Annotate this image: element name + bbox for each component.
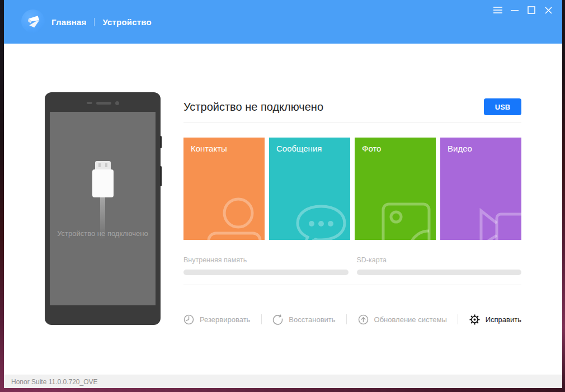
video-icon [474,206,521,240]
system-update-icon [358,314,369,325]
tile-videos[interactable]: Видео [440,138,521,240]
close-icon[interactable] [544,6,553,15]
phone-illustration: Устройство не подключено [45,92,161,325]
action-restore-label: Восстановить [289,315,335,324]
minimize-icon[interactable] [510,6,519,15]
action-bar: Резервировать Восстановить Обновление си… [183,311,521,328]
window-controls [493,6,553,15]
app-window: Главная Устройство [4,0,562,388]
divider [458,314,458,324]
tile-messages-label: Сообщения [276,144,322,153]
phone-screen: Устройство не подключено [50,112,156,305]
action-repair[interactable]: Исправить [469,314,521,325]
app-logo-icon [21,10,45,33]
backup-icon [183,314,194,325]
action-backup-label: Резервировать [200,315,250,324]
storage-section: Внутренняя память SD-карта [183,256,521,275]
tile-messages[interactable]: Сообщения [269,138,350,240]
maximize-icon[interactable] [527,6,536,15]
photo-icon [381,202,431,240]
contacts-icon [201,196,265,240]
repair-gear-icon [469,314,480,325]
divider [346,314,347,324]
storage-internal-bar [183,270,349,275]
tab-home[interactable]: Главная [51,17,86,27]
phone-volume-button [160,136,162,148]
usb-cable-icon [92,161,114,239]
action-update-label: Обновление системы [374,315,447,324]
category-tiles: Контакты Сообщения Ф [183,138,521,240]
storage-sdcard-label: SD-карта [357,256,522,264]
phone-power-button [160,166,162,186]
tile-photos[interactable]: Фото [355,138,436,240]
status-bar: Honor Suite 11.0.0.720_OVE [4,375,562,388]
menu-icon[interactable] [493,6,502,15]
phone-speaker-icon [45,101,161,105]
storage-internal: Внутренняя память [183,256,349,275]
action-backup[interactable]: Резервировать [183,314,250,325]
tile-photos-label: Фото [362,144,381,153]
main-nav: Главная Устройство [51,0,152,44]
phone-status-text: Устройство не подключено [50,229,156,238]
paper-plane-logo-glyph [23,12,43,31]
tab-device-label: Устройство [102,17,152,27]
divider [183,285,521,285]
page-title: Устройство не подключено [183,101,323,114]
storage-sdcard: SD-карта [357,256,522,275]
tile-contacts-label: Контакты [191,144,227,153]
app-version-text: Honor Suite 11.0.0.720_OVE [4,378,98,386]
restore-icon [272,314,283,325]
tile-contacts[interactable]: Контакты [183,138,265,240]
action-repair-label: Исправить [486,315,521,324]
divider [261,314,262,324]
title-bar: Главная Устройство [4,0,562,44]
action-system-update[interactable]: Обновление системы [358,314,447,325]
device-panel: Устройство не подключено USB Контакты Со… [183,98,521,328]
action-restore[interactable]: Восстановить [272,314,335,325]
tile-videos-label: Видео [448,144,472,153]
tab-device[interactable]: Устройство [102,17,152,27]
tab-home-label: Главная [51,17,86,27]
divider [183,122,521,122]
usb-button[interactable]: USB [484,98,521,115]
storage-sdcard-bar [357,270,522,275]
main-content: Устройство не подключено Устройство не п… [4,44,562,375]
tab-separator [94,18,95,26]
storage-internal-label: Внутренняя память [183,256,349,264]
messages-icon [293,203,349,240]
